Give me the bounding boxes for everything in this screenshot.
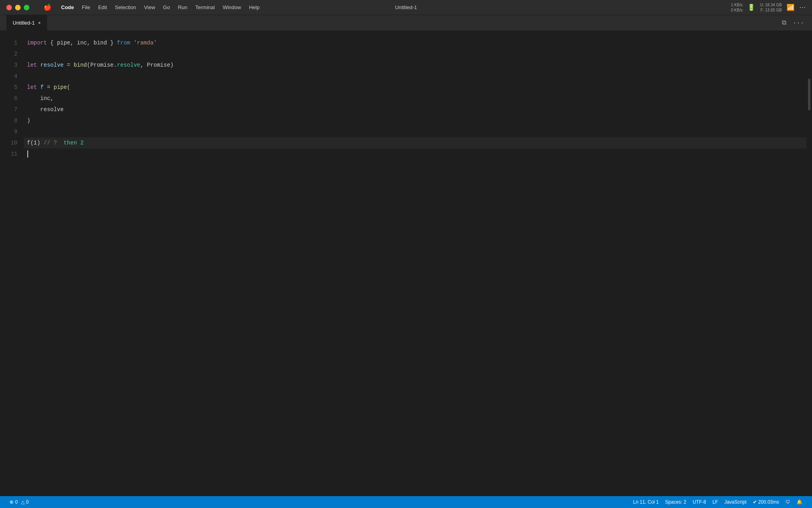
- titlebar: 🍎 Code File Edit Selection View Go Run T…: [0, 0, 812, 15]
- feedback-icon-glyph: 🗨: [785, 499, 790, 505]
- line-number-5: 5: [0, 82, 17, 93]
- split-editor-icon[interactable]: ⧉: [780, 17, 788, 28]
- scrollbar-track[interactable]: [806, 31, 812, 496]
- control-center-icon[interactable]: ⋯: [799, 4, 806, 11]
- line-number-9: 9: [0, 126, 17, 137]
- battery-icon: 🔋: [747, 4, 755, 11]
- line-number-7: 7: [0, 104, 17, 115]
- statusbar: ⊗ 0 △ 0 Ln 11, Col 1 Spaces: 2 UTF-8 LF …: [0, 496, 812, 508]
- scrollbar-thumb[interactable]: [808, 79, 810, 110]
- line-number-10: 10: [0, 137, 17, 148]
- code-line-3: let resolve = bind(Promise.resolve, Prom…: [24, 60, 806, 71]
- menu-selection[interactable]: Selection: [112, 4, 139, 11]
- menu-file[interactable]: File: [79, 4, 94, 11]
- bell-icon: 🔔: [797, 499, 802, 505]
- code-line-4: [24, 71, 806, 82]
- more-actions-icon[interactable]: ···: [791, 18, 806, 28]
- error-count: 0: [15, 499, 18, 505]
- code-line-11: [24, 148, 806, 160]
- wifi-icon: 📶: [787, 4, 795, 11]
- titlebar-right: 1 KB/s 0 KB/s 🔋 U: 18.34 GB F: 13.65 GB …: [731, 2, 806, 13]
- line-number-11: 11: [0, 148, 17, 160]
- network-stats: 1 KB/s 0 KB/s: [731, 2, 743, 13]
- active-tab[interactable]: Untitled-1 ●: [6, 15, 47, 31]
- status-left: ⊗ 0 △ 0: [6, 499, 32, 505]
- code-line-5: let f = pipe(: [24, 82, 806, 93]
- line-ending[interactable]: LF: [709, 499, 721, 505]
- warning-icon: △: [21, 499, 25, 505]
- error-icon: ⊗: [10, 499, 13, 505]
- code-line-8: ): [24, 115, 806, 126]
- apple-menu[interactable]: 🍎: [40, 3, 55, 12]
- menu-run[interactable]: Run: [175, 4, 191, 11]
- code-line-2: [24, 48, 806, 60]
- cursor-position[interactable]: Ln 11, Col 1: [630, 499, 662, 505]
- menu-help[interactable]: Help: [246, 4, 263, 11]
- editor-container: Untitled-1 ● ⧉ ··· 1 2 3 4: [0, 15, 812, 496]
- status-right: Ln 11, Col 1 Spaces: 2 UTF-8 LF JavaScri…: [630, 499, 806, 505]
- tab-label: Untitled-1: [13, 20, 35, 26]
- tab-close-icon[interactable]: ●: [38, 20, 41, 25]
- traffic-lights: [6, 5, 29, 10]
- code-line-9: [24, 126, 806, 137]
- status-errors[interactable]: ⊗ 0 △ 0: [6, 499, 32, 505]
- line-numbers: 1 2 3 4 5 6 7 8: [0, 31, 24, 496]
- menu-window[interactable]: Window: [220, 4, 244, 11]
- code-line-6: inc,: [24, 93, 806, 104]
- feedback-icon[interactable]: 🗨: [782, 499, 793, 505]
- code-content[interactable]: import { pipe, inc, bind } from 'ramda' …: [24, 31, 806, 496]
- minimize-button[interactable]: [15, 5, 21, 10]
- titlebar-left: 🍎 Code File Edit Selection View Go Run T…: [6, 3, 263, 12]
- menu-code[interactable]: Code: [58, 4, 77, 11]
- text-cursor: [27, 150, 28, 158]
- line-number-6: 6: [0, 93, 17, 104]
- tab-bar: Untitled-1 ● ⧉ ···: [0, 15, 812, 31]
- language-mode[interactable]: JavaScript: [721, 499, 750, 505]
- line-number-4: 4: [0, 71, 17, 82]
- memory-stats: U: 18.34 GB F: 13.65 GB: [760, 2, 782, 13]
- close-button[interactable]: [6, 5, 12, 10]
- code-line-7: resolve: [24, 104, 806, 115]
- window-title: Untitled-1: [395, 4, 417, 10]
- line-number-3: 3: [0, 60, 17, 71]
- maximize-button[interactable]: [24, 5, 29, 10]
- indentation[interactable]: Spaces: 2: [662, 499, 689, 505]
- line-number-2: 2: [0, 48, 17, 60]
- line-number-8: 8: [0, 115, 17, 126]
- performance[interactable]: ✔ 200.03ms: [750, 499, 782, 505]
- notifications-icon[interactable]: 🔔: [793, 499, 806, 505]
- code-editor[interactable]: 1 2 3 4 5 6 7 8: [0, 31, 812, 496]
- menu-go[interactable]: Go: [160, 4, 173, 11]
- code-line-10: f(1) // ? then 2: [24, 137, 806, 148]
- menu-terminal[interactable]: Terminal: [192, 4, 218, 11]
- menu-view[interactable]: View: [141, 4, 158, 11]
- menu-bar: 🍎 Code File Edit Selection View Go Run T…: [40, 3, 263, 12]
- line-number-1: 1: [0, 37, 17, 48]
- encoding[interactable]: UTF-8: [689, 499, 709, 505]
- tab-actions: ⧉ ···: [780, 17, 806, 28]
- warning-count: 0: [26, 499, 29, 505]
- menu-edit[interactable]: Edit: [95, 4, 110, 11]
- code-line-1: import { pipe, inc, bind } from 'ramda': [24, 37, 806, 48]
